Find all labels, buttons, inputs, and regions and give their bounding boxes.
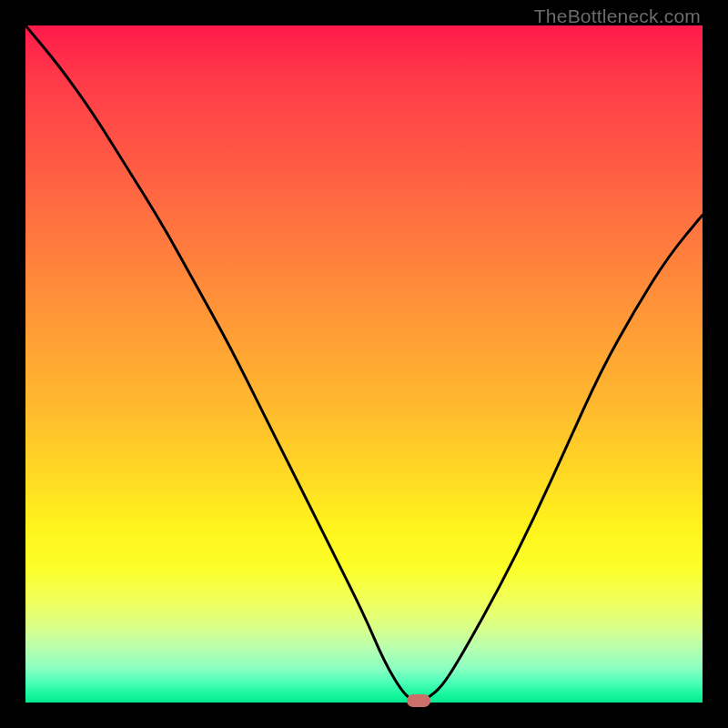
- plot-area: [25, 25, 703, 703]
- bottleneck-curve: [25, 25, 703, 703]
- minimum-marker: [407, 694, 430, 707]
- attribution-label: TheBottleneck.com: [534, 5, 701, 27]
- chart-frame: TheBottleneck.com: [0, 0, 728, 728]
- curve-path: [25, 25, 703, 701]
